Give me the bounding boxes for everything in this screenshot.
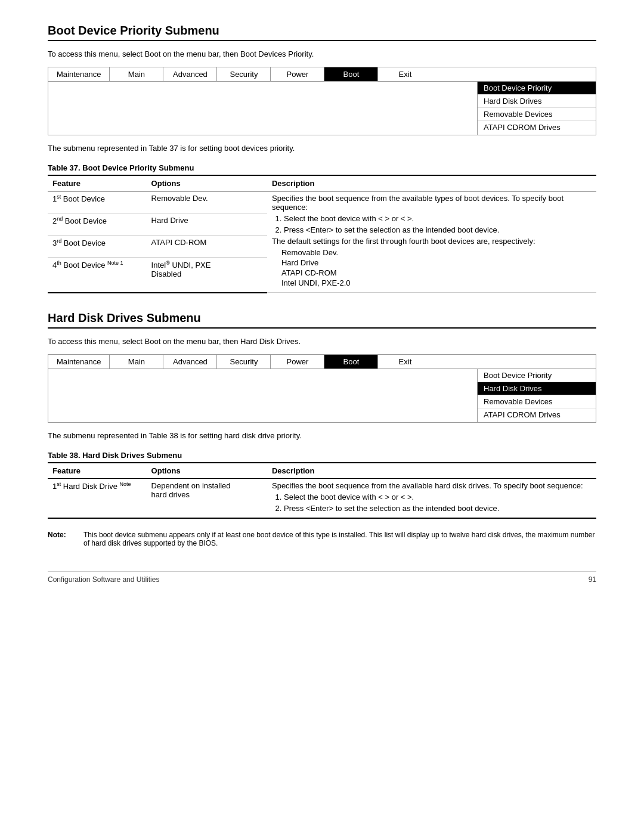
hdd-desc-para1: Specifies the boot sequence from the ava… bbox=[272, 481, 583, 490]
bios-left-blank-1 bbox=[48, 82, 477, 135]
desc-step-2: Press <Enter> to set the selection as th… bbox=[284, 225, 592, 234]
section2-submenu-text: The submenu represented in Table 38 is f… bbox=[48, 431, 596, 440]
table37-caption: Table 37. Boot Device Priority Submenu bbox=[48, 163, 596, 172]
section1-title: Boot Device Priority Submenu bbox=[48, 24, 596, 41]
drop-item-boot-device-priority-2[interactable]: Boot Device Priority bbox=[478, 369, 596, 382]
menu-item-main-1[interactable]: Main bbox=[110, 67, 163, 81]
note-section: Note: This boot device submenu appears o… bbox=[48, 531, 596, 547]
desc-para1: Specifies the boot sequence from the ava… bbox=[272, 194, 564, 212]
bios-right-menu-1: Boot Device Priority Hard Disk Drives Re… bbox=[477, 82, 596, 135]
menu-item-power-2[interactable]: Power bbox=[271, 355, 324, 368]
td-feature-1st-boot: 1st Boot Device bbox=[48, 191, 147, 213]
th-feature-37: Feature bbox=[48, 175, 147, 191]
menu-item-maintenance-2[interactable]: Maintenance bbox=[48, 355, 110, 368]
th-description-37: Description bbox=[267, 175, 596, 191]
desc-defaults: Removable Dev. Hard Drive ATAPI CD-ROM I… bbox=[281, 248, 592, 287]
footer-right: 91 bbox=[589, 575, 596, 584]
td-description-hdd: Specifies the boot sequence from the ava… bbox=[267, 478, 596, 518]
th-feature-38: Feature bbox=[48, 463, 147, 479]
table-37: Feature Options Description 1st Boot Dev… bbox=[48, 175, 596, 293]
bios-menu-1: Maintenance Main Advanced Security Power… bbox=[48, 67, 596, 135]
menu-item-exit-2[interactable]: Exit bbox=[378, 355, 432, 368]
drop-item-removable-devices-2[interactable]: Removable Devices bbox=[478, 395, 596, 408]
bios-menubar-2: Maintenance Main Advanced Security Power… bbox=[48, 354, 596, 369]
drop-item-atapi-cdrom-1[interactable]: ATAPI CDROM Drives bbox=[478, 121, 596, 134]
section2: Hard Disk Drives Submenu To access this … bbox=[48, 311, 596, 547]
td-feature-1st-hdd: 1st Hard Disk Drive Note bbox=[48, 478, 147, 518]
menu-item-boot-2[interactable]: Boot bbox=[324, 355, 378, 368]
hdd-desc-step-1: Select the boot device with < > or < >. bbox=[284, 493, 592, 501]
menu-item-main-2[interactable]: Main bbox=[110, 355, 163, 368]
td-options-2nd-boot: Hard Drive bbox=[147, 213, 267, 235]
table38-caption: Table 38. Hard Disk Drives Submenu bbox=[48, 451, 596, 460]
section2-title: Hard Disk Drives Submenu bbox=[48, 311, 596, 329]
drop-item-removable-devices-1[interactable]: Removable Devices bbox=[478, 108, 596, 121]
drop-item-hard-disk-drives-2[interactable]: Hard Disk Drives bbox=[478, 382, 596, 395]
desc-step-1: Select the boot device with < > or < >. bbox=[284, 214, 592, 223]
menu-item-advanced-2[interactable]: Advanced bbox=[163, 355, 217, 368]
note-label: Note: bbox=[48, 531, 78, 547]
bios-dropdown-area-2: Boot Device Priority Hard Disk Drives Re… bbox=[48, 369, 596, 423]
desc-steps: Select the boot device with < > or < >. … bbox=[284, 214, 592, 234]
hdd-desc-step-2: Press <Enter> to set the selection as th… bbox=[284, 504, 592, 513]
td-description-boot: Specifies the boot sequence from the ava… bbox=[267, 191, 596, 293]
desc-default-2: Hard Drive bbox=[281, 258, 592, 267]
desc-para2: The default settings for the first throu… bbox=[272, 237, 535, 246]
desc-default-4: Intel UNDI, PXE-2.0 bbox=[281, 278, 592, 287]
hdd-desc-steps: Select the boot device with < > or < >. … bbox=[284, 493, 592, 513]
section1-intro: To access this menu, select Boot on the … bbox=[48, 49, 596, 58]
td-options-1st-hdd: Dependent on installedhard drives bbox=[147, 478, 267, 518]
bios-dropdown-area-1: Boot Device Priority Hard Disk Drives Re… bbox=[48, 82, 596, 135]
footer-bar: Configuration Software and Utilities 91 bbox=[48, 571, 596, 584]
bios-menubar-1: Maintenance Main Advanced Security Power… bbox=[48, 67, 596, 82]
th-description-38: Description bbox=[267, 463, 596, 479]
td-options-4th-boot: Intel® UNDI, PXEDisabled bbox=[147, 257, 267, 292]
drop-item-boot-device-priority-1[interactable]: Boot Device Priority bbox=[478, 82, 596, 95]
td-feature-2nd-boot: 2nd Boot Device bbox=[48, 213, 147, 235]
menu-item-security-1[interactable]: Security bbox=[217, 67, 271, 81]
th-options-37: Options bbox=[147, 175, 267, 191]
th-options-38: Options bbox=[147, 463, 267, 479]
menu-item-power-1[interactable]: Power bbox=[271, 67, 324, 81]
section2-intro: To access this menu, select Boot on the … bbox=[48, 337, 596, 346]
menu-item-boot-1[interactable]: Boot bbox=[324, 67, 378, 81]
table-row: 1st Hard Disk Drive Note Dependent on in… bbox=[48, 478, 596, 518]
desc-default-1: Removable Dev. bbox=[281, 248, 592, 257]
td-feature-4th-boot: 4th Boot Device Note 1 bbox=[48, 257, 147, 292]
bios-menu-2: Maintenance Main Advanced Security Power… bbox=[48, 354, 596, 423]
bios-left-blank-2 bbox=[48, 369, 477, 423]
footer-left: Configuration Software and Utilities bbox=[48, 575, 159, 584]
note-text: This boot device submenu appears only if… bbox=[83, 531, 596, 547]
bios-right-menu-2: Boot Device Priority Hard Disk Drives Re… bbox=[477, 369, 596, 423]
desc-default-3: ATAPI CD-ROM bbox=[281, 268, 592, 277]
menu-item-advanced-1[interactable]: Advanced bbox=[163, 67, 217, 81]
menu-item-exit-1[interactable]: Exit bbox=[378, 67, 432, 81]
menu-item-security-2[interactable]: Security bbox=[217, 355, 271, 368]
td-options-3rd-boot: ATAPI CD-ROM bbox=[147, 235, 267, 257]
section1-submenu-text: The submenu represented in Table 37 is f… bbox=[48, 144, 596, 153]
drop-item-hard-disk-drives-1[interactable]: Hard Disk Drives bbox=[478, 95, 596, 108]
menu-item-maintenance-1[interactable]: Maintenance bbox=[48, 67, 110, 81]
table-38: Feature Options Description 1st Hard Dis… bbox=[48, 462, 596, 519]
drop-item-atapi-cdrom-2[interactable]: ATAPI CDROM Drives bbox=[478, 408, 596, 421]
td-options-1st-boot: Removable Dev. bbox=[147, 191, 267, 213]
table-row: 1st Boot Device Removable Dev. Specifies… bbox=[48, 191, 596, 213]
td-feature-3rd-boot: 3rd Boot Device bbox=[48, 235, 147, 257]
